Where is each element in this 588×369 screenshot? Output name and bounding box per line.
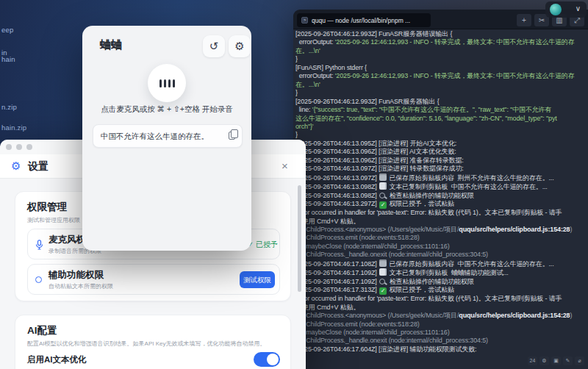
traffic-light-close-button[interactable] bbox=[6, 144, 12, 150]
gear-icon: ⚙ bbox=[234, 40, 244, 52]
terminal-line: [2025-09-26T04:46:13.297Z] 权限已授予，尝试粘贴 bbox=[295, 200, 588, 209]
transcription-result-box: 中国不允许有这么牛逼的存在。 bbox=[93, 124, 243, 148]
terminal-line: [2025-09-26T04:46:17.313Z] 权限已授予，尝试粘贴 bbox=[295, 286, 588, 295]
menubar-widget[interactable]: ∨ bbox=[545, 1, 587, 18]
record-microphone-button[interactable] bbox=[148, 64, 186, 102]
terminal-line: } bbox=[295, 55, 588, 63]
settings-title: 设置 bbox=[28, 160, 49, 173]
terminal-line: } bbox=[295, 131, 588, 139]
new-tab-button[interactable]: + bbox=[517, 14, 531, 26]
terminal-line: [2025-09-26T04:46:17.109Z] 文本已复制到剪贴板 蛐蛐辅… bbox=[295, 268, 588, 277]
traffic-light-zoom-button[interactable] bbox=[26, 144, 32, 150]
microphone-icon bbox=[35, 240, 43, 250]
terminal-tabbar: > ququ — node /usr/local/bin/pnpm ... +✂… bbox=[293, 10, 588, 29]
terminal-line: } bbox=[295, 89, 588, 97]
terminal-line: at ChildProcess.emit (node:events:518:28… bbox=[295, 320, 588, 329]
terminal-line: at ChildProcess.emit (node:events:518:28… bbox=[295, 234, 588, 242]
transcription-result-text: 中国不允许有这么牛逼的存在。 bbox=[101, 132, 209, 142]
desktop-text-fragment: eep bbox=[1, 26, 13, 34]
waveform-bar bbox=[168, 79, 171, 87]
terminal-line: [2025-09-26T04:46:13.097Z] [渲染进程] 转录数据保存… bbox=[295, 165, 588, 173]
terminal-app-icon: > bbox=[301, 17, 308, 24]
desktop-text-fragment: hain.zip bbox=[1, 123, 26, 132]
terminal-line: [2025-09-26T04:46:13.098Z] 文本已复制到剪贴板 中国不… bbox=[295, 182, 588, 191]
accessibility-permission-subtitle: 自动粘贴文本所需的权限 bbox=[49, 282, 113, 290]
waveform-bar bbox=[173, 79, 175, 87]
terminal-tab-title: ququ — node /usr/local/bin/pnpm ... bbox=[312, 17, 410, 24]
waveform-bar bbox=[164, 79, 166, 87]
terminal-line: [2025-09-26T04:46:13.096Z] [渲染进程] 准备保存转录… bbox=[295, 157, 588, 165]
terminal-tab[interactable]: > ququ — node /usr/local/bin/pnpm ... bbox=[297, 13, 431, 27]
terminal-line: [2025-09-26T04:46:13.097Z] 已保存原始剪贴板内容 荆州… bbox=[295, 173, 588, 182]
permissions-title: 权限管理 bbox=[27, 201, 67, 214]
globe-icon bbox=[550, 4, 562, 15]
terminal-line: 在。...\n' bbox=[295, 47, 588, 55]
chevron-down-icon: ∨ bbox=[576, 4, 581, 12]
ai-config-subtitle: 配置AI模型以优化和增强语音识别结果。如果API Key无效或未填写，优化功能将… bbox=[27, 340, 283, 348]
ai-optimize-toggle[interactable] bbox=[254, 352, 280, 367]
settings-scrollbar-thumb[interactable] bbox=[298, 185, 301, 292]
document-icon bbox=[379, 182, 387, 190]
terminal-line: [2025-09-26T04:46:17.604Z] [渲染进程] 辅助功能权限… bbox=[295, 345, 588, 354]
terminal-line: errorOutput: '2025-09-26 12:46:12,993 - … bbox=[295, 38, 588, 46]
terminal-line: [2025-09-26T04:46:12.993Z] FunASR服务器输出 { bbox=[295, 98, 588, 106]
terminal-status-icons: 24⚙▣✎⌀ bbox=[528, 357, 584, 365]
terminal-line: [FunASR] Python stderr { bbox=[295, 64, 588, 72]
test-permission-button[interactable]: 测试权限 bbox=[240, 271, 275, 288]
magnifier-icon bbox=[379, 193, 385, 198]
terminal-line: 动使用 Cmd+V 粘贴。 bbox=[295, 218, 588, 226]
ai-config-title: AI配置 bbox=[27, 324, 57, 337]
terminal-line: 这么牛逼的存在", "confidence": 0.0, "duration":… bbox=[295, 115, 588, 123]
terminal-line: at ChildProcess._handle.onexit (node:int… bbox=[295, 251, 588, 259]
popup-title: 蛐蛐 bbox=[100, 38, 122, 52]
terminal-line: [2025-09-26T04:46:17.109Z] 检查粘贴操作的辅助功能权限 bbox=[295, 278, 588, 286]
copy-icon[interactable] bbox=[229, 132, 235, 140]
document-icon bbox=[379, 268, 387, 276]
ai-config-card: AI配置 配置AI模型以优化和增强语音识别结果。如果API Key无效或未填写，… bbox=[15, 315, 291, 369]
check-icon bbox=[379, 287, 387, 295]
terminal-line: [2025-09-26T04:46:13.096Z] [渲染进程] AI文本优化… bbox=[295, 148, 588, 156]
terminal-line: at ChildProcess.<anonymous> (/Users/geek… bbox=[295, 226, 588, 234]
accessibility-permission-row: 辅助功能权限 自动粘贴文本所需的权限 测试权限 bbox=[27, 264, 280, 295]
accessibility-icon bbox=[35, 276, 42, 283]
terminal-line: line: '{"success": true, "text": "中国不允许有… bbox=[295, 106, 588, 114]
desktop-text-fragment: hain bbox=[1, 55, 15, 63]
terminal-line: errorOutput: '2025-09-26 12:46:12,993 - … bbox=[295, 72, 588, 80]
permission-granted-badge: ✓ 已授予 bbox=[248, 240, 278, 250]
terminal-line: at ChildProcess._handle.onexit (node:int… bbox=[295, 337, 588, 345]
settings-close-button[interactable]: × bbox=[282, 160, 288, 172]
traffic-light-minimize-button[interactable] bbox=[16, 144, 22, 150]
ai-toggle-label: 启用AI文本优化 bbox=[27, 354, 87, 365]
check-icon bbox=[379, 201, 387, 209]
terminal-status-icon[interactable]: ▣ bbox=[551, 357, 561, 365]
terminal-window: > ququ — node /usr/local/bin/pnpm ... +✂… bbox=[293, 10, 588, 369]
waveform-bar bbox=[159, 79, 162, 87]
desktop-text-fragment: n.zip bbox=[1, 103, 17, 111]
terminal-line: Error occurred in handler for 'paste-tex… bbox=[295, 295, 588, 303]
terminal-line: [2025-09-26T04:46:13.095Z] [渲染进程] 开始AI文本… bbox=[295, 140, 588, 148]
terminal-status-icon[interactable]: ⚙ bbox=[539, 357, 549, 365]
terminal-status-icon[interactable]: ✎ bbox=[563, 357, 573, 365]
terminal-line: at maybeClose (node:internal/child_proce… bbox=[295, 329, 588, 337]
magnifier-icon bbox=[379, 279, 385, 284]
terminal-line: orch"}' bbox=[295, 123, 588, 131]
terminal-output: [2025-09-26T04:46:12.993Z] FunASR服务器错误输出… bbox=[295, 30, 588, 354]
terminal-line: 在。...\n' bbox=[295, 81, 588, 89]
desktop: eepinhainn.ziphain.zip > ququ — node /us… bbox=[0, 0, 588, 369]
terminal-line: [2025-09-26T04:46:12.993Z] FunASR服务器错误输出… bbox=[295, 30, 588, 38]
terminal-line: [2025-09-26T04:46:17.108Z] 已保存原始剪贴板内容 中国… bbox=[295, 259, 588, 268]
history-icon: ↺ bbox=[209, 40, 219, 52]
settings-gear-icon: ⚙ bbox=[11, 160, 21, 173]
ququ-popup-window: 蛐蛐 ↺ ⚙ 点击麦克风或按 ⌘ + ⇧+空格 开始录音 中国不允许有这么牛逼的… bbox=[82, 26, 251, 251]
history-button[interactable]: ↺ bbox=[203, 35, 225, 57]
terminal-line: Error occurred in handler for 'paste-tex… bbox=[295, 209, 588, 217]
terminal-status-icon[interactable]: 24 bbox=[528, 357, 537, 365]
record-shortcut-hint: 点击麦克风或按 ⌘ + ⇧+空格 开始录音 bbox=[82, 104, 251, 115]
accessibility-permission-title: 辅助功能权限 bbox=[49, 269, 104, 282]
terminal-line: [2025-09-26T04:46:13.098Z] 检查粘贴操作的辅助功能权限 bbox=[295, 192, 588, 200]
terminal-line: 动使用 Cmd+V 粘贴。 bbox=[295, 304, 588, 312]
terminal-line: at ChildProcess.<anonymous> (/Users/geek… bbox=[295, 312, 588, 320]
terminal-status-icon[interactable]: ⌀ bbox=[575, 357, 584, 365]
clipboard-icon bbox=[379, 259, 387, 267]
popup-settings-button[interactable]: ⚙ bbox=[229, 35, 251, 57]
